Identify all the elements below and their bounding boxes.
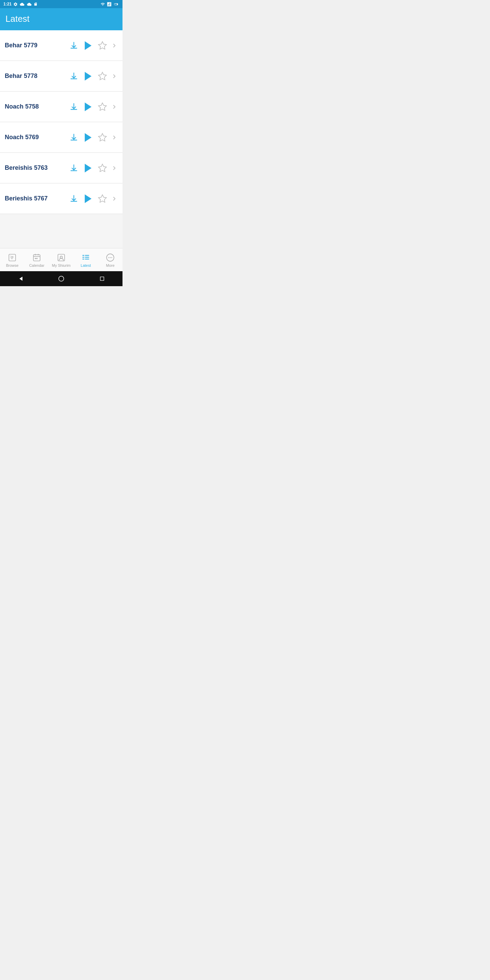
favorite-button-2[interactable] (97, 71, 108, 81)
download-button-1[interactable] (69, 40, 79, 51)
latest-label: Latest (81, 263, 91, 267)
detail-button-1[interactable] (111, 42, 118, 49)
download-button-4[interactable] (69, 132, 79, 143)
bottom-nav: Browse Calendar My Shiurim (0, 248, 123, 271)
favorite-button-1[interactable] (97, 40, 108, 51)
list-item: Noach 5769 (0, 122, 123, 153)
item-title-1: Behar 5779 (5, 42, 69, 49)
item-title-5: Bereishis 5763 (5, 164, 69, 172)
svg-marker-13 (85, 194, 92, 203)
svg-marker-12 (98, 164, 106, 172)
svg-marker-7 (85, 102, 92, 111)
detail-button-2[interactable] (111, 73, 118, 80)
sdcard-icon (34, 2, 37, 6)
myshiurim-label: My Shiurim (52, 263, 70, 267)
android-nav-bar (0, 271, 123, 286)
detail-button-4[interactable] (111, 134, 118, 141)
list-item: Behar 5779 (0, 30, 123, 61)
svg-rect-33 (100, 277, 104, 281)
download-button-2[interactable] (69, 71, 79, 81)
item-title-6: Berieshis 5767 (5, 195, 69, 202)
svg-marker-31 (19, 277, 22, 281)
myshiurim-icon (56, 253, 66, 262)
status-time: 1:21 (3, 2, 11, 6)
settings-icon (13, 2, 18, 6)
svg-rect-17 (35, 258, 36, 259)
calendar-icon (32, 253, 41, 262)
wifi-icon (100, 2, 105, 6)
latest-icon (81, 253, 91, 262)
browse-label: Browse (6, 263, 19, 267)
play-button-6[interactable] (82, 193, 94, 205)
svg-rect-1 (115, 3, 117, 5)
svg-marker-4 (98, 41, 106, 49)
svg-rect-18 (37, 258, 37, 259)
svg-point-32 (59, 276, 64, 282)
list-spacer (0, 214, 123, 248)
item-actions-2 (69, 70, 118, 82)
back-button[interactable] (15, 274, 25, 284)
list-item: Behar 5778 (0, 61, 123, 92)
download-button-5[interactable] (69, 163, 79, 173)
browse-icon (8, 253, 17, 262)
detail-button-6[interactable] (111, 195, 118, 202)
play-button-4[interactable] (82, 132, 94, 143)
svg-marker-14 (98, 195, 106, 202)
svg-marker-6 (98, 72, 106, 80)
calendar-label: Calendar (29, 263, 45, 267)
battery-icon (113, 2, 119, 6)
list-item: Bereishis 5763 (0, 153, 123, 183)
svg-point-28 (108, 257, 109, 258)
play-button-5[interactable] (82, 162, 94, 174)
list-container: Behar 5779 (0, 30, 123, 248)
list-item: Noach 5758 (0, 92, 123, 122)
item-actions-1 (69, 40, 118, 51)
favorite-button-3[interactable] (97, 102, 108, 112)
status-right (100, 2, 119, 6)
svg-marker-9 (85, 133, 92, 142)
item-title-3: Noach 5758 (5, 103, 69, 110)
nav-item-browse[interactable]: Browse (0, 253, 24, 267)
play-button-1[interactable] (82, 40, 94, 51)
cloud-icon-1 (19, 2, 25, 6)
favorite-button-6[interactable] (97, 194, 108, 204)
svg-marker-5 (85, 72, 92, 81)
status-bar: 1:21 (0, 0, 123, 8)
recents-button[interactable] (97, 274, 107, 284)
item-actions-3 (69, 101, 118, 113)
item-title-4: Noach 5769 (5, 134, 69, 141)
status-left: 1:21 (3, 2, 37, 6)
svg-marker-3 (85, 41, 92, 50)
more-icon (105, 253, 115, 262)
favorite-button-4[interactable] (97, 132, 108, 143)
item-title-2: Behar 5778 (5, 73, 69, 80)
svg-marker-10 (98, 134, 106, 141)
svg-point-30 (111, 257, 112, 258)
item-actions-4 (69, 132, 118, 143)
home-button[interactable] (56, 274, 66, 284)
play-button-2[interactable] (82, 70, 94, 82)
more-label: More (106, 263, 115, 267)
svg-marker-8 (98, 103, 106, 110)
svg-marker-11 (85, 164, 92, 172)
play-button-3[interactable] (82, 101, 94, 113)
favorite-button-5[interactable] (97, 163, 108, 173)
list-item: Berieshis 5767 (0, 183, 123, 214)
page-title: Latest (5, 14, 117, 24)
svg-point-20 (60, 256, 63, 259)
cloud-icon-2 (27, 2, 32, 6)
download-button-6[interactable] (69, 194, 79, 204)
svg-point-29 (110, 257, 111, 258)
svg-rect-16 (33, 255, 40, 261)
signal-icon (107, 2, 111, 6)
detail-button-3[interactable] (111, 103, 118, 110)
download-button-3[interactable] (69, 102, 79, 112)
nav-item-more[interactable]: More (98, 253, 123, 267)
nav-item-myshiurim[interactable]: My Shiurim (49, 253, 73, 267)
item-actions-6 (69, 193, 118, 205)
nav-item-latest[interactable]: Latest (73, 253, 98, 267)
app-header: Latest (0, 8, 123, 30)
nav-item-calendar[interactable]: Calendar (24, 253, 49, 267)
item-actions-5 (69, 162, 118, 174)
detail-button-5[interactable] (111, 165, 118, 172)
